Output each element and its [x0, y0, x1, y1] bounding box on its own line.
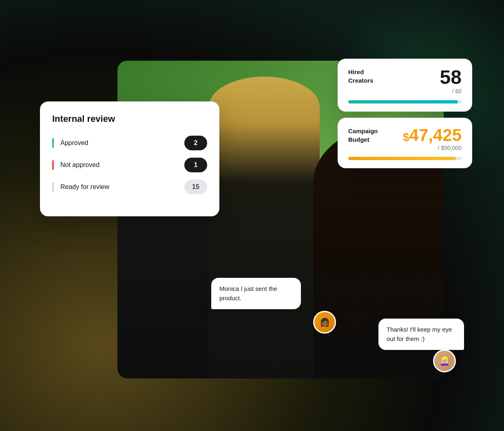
ready-row: Ready for review 15: [52, 180, 207, 194]
budget-amount-row: $47,425: [403, 127, 462, 144]
person-center-figure: [209, 77, 320, 378]
hired-progress-fill: [348, 100, 458, 103]
chat-bubble-received: Thanks! I'll keep my eye out for them :): [378, 319, 464, 350]
avatar-user-2-face: 👱🏼‍♀️: [434, 351, 455, 371]
budget-stats-row: Campaign Budget $47,425 / $50,000: [348, 127, 462, 151]
not-approved-count: 1: [194, 161, 198, 169]
approved-label: Approved: [60, 139, 184, 147]
budget-total: / $50,000: [403, 145, 462, 151]
hired-value: 58: [440, 68, 462, 87]
approved-badge: 2: [184, 136, 207, 150]
not-approved-row: Not approved 1: [52, 158, 207, 172]
not-approved-indicator: [52, 160, 54, 170]
campaign-budget-card: Campaign Budget $47,425 / $50,000: [338, 118, 472, 168]
avatar-monica: 👩🏾: [313, 311, 336, 334]
main-scene: Internal review Approved 2 Not approved …: [52, 28, 452, 403]
approved-count: 2: [194, 139, 198, 147]
chat-message-1: Monica I just sent the product.: [219, 285, 277, 301]
internal-review-title: Internal review: [52, 114, 207, 124]
hired-creators-card: Hired Creators 58 / 60: [338, 59, 472, 112]
ready-indicator: [52, 182, 54, 192]
avatar-monica-face: 👩🏾: [314, 312, 335, 332]
budget-value-group: $47,425 / $50,000: [403, 127, 462, 151]
approved-row: Approved 2: [52, 136, 207, 150]
budget-label-group: Campaign Budget: [348, 127, 378, 144]
avatar-user-2: 👱🏼‍♀️: [433, 350, 456, 372]
not-approved-badge: 1: [184, 158, 207, 172]
hired-label-line1: Hired: [348, 68, 374, 76]
internal-review-card: Internal review Approved 2 Not approved …: [40, 101, 219, 216]
hired-label-group: Hired Creators: [348, 68, 374, 85]
ready-label: Ready for review: [60, 183, 184, 191]
hired-progress-bar: [348, 100, 462, 103]
budget-label-line1: Campaign: [348, 127, 378, 135]
hired-label-line2: Creators: [348, 76, 374, 85]
hired-value-group: 58 / 60: [440, 68, 462, 95]
ready-count: 15: [192, 183, 199, 191]
chat-message-2: Thanks! I'll keep my eye out for them :): [387, 326, 452, 342]
not-approved-label: Not approved: [60, 161, 184, 169]
hired-stats-row: Hired Creators 58 / 60: [348, 68, 462, 95]
budget-value: 47,425: [409, 125, 462, 145]
budget-progress-fill: [348, 157, 456, 160]
chat-bubble-sent: Monica I just sent the product.: [211, 278, 301, 309]
approved-indicator: [52, 138, 54, 148]
ready-badge: 15: [184, 180, 207, 194]
budget-dollar-sign: $: [403, 131, 409, 143]
hired-total: / 60: [440, 88, 462, 95]
budget-label-line2: Budget: [348, 135, 378, 144]
budget-progress-bar: [348, 157, 462, 160]
